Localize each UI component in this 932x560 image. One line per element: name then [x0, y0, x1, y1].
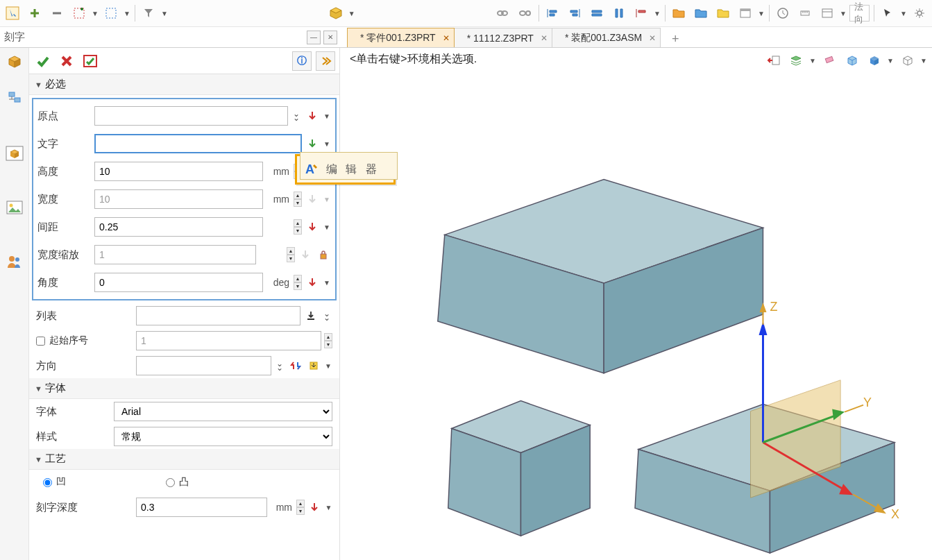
window-icon[interactable]: [817, 3, 837, 23]
spinner[interactable]: ▲▼: [296, 500, 305, 515]
spinner[interactable]: ▲▼: [294, 275, 302, 290]
align-left-icon[interactable]: [543, 3, 562, 23]
direction-input[interactable]: [136, 356, 271, 375]
chevron-down-icon[interactable]: ▼: [124, 10, 130, 17]
cube-outline-icon[interactable]: [897, 51, 917, 70]
folder-blue-icon[interactable]: [691, 3, 711, 23]
pick-icon[interactable]: [307, 500, 322, 515]
section-required[interactable]: ▼ 必选: [29, 74, 339, 95]
folder-yellow-icon[interactable]: [713, 3, 733, 23]
chevron-down-icon[interactable]: ▼: [654, 10, 661, 17]
filter-icon[interactable]: [139, 3, 158, 23]
convex-radio[interactable]: [166, 478, 175, 487]
chevron-down-icon[interactable]: ▼: [323, 279, 331, 287]
collapse-button[interactable]: [316, 51, 335, 71]
file-tab-11112[interactable]: * 11112.Z3PRT ✕: [454, 28, 552, 47]
cube-tool-icon[interactable]: [3, 51, 26, 73]
cube-solid-icon[interactable]: [864, 51, 883, 70]
file-tab-part001[interactable]: * 零件001.Z3PRT ✕: [347, 28, 455, 47]
exit-icon[interactable]: [764, 51, 783, 70]
cursor-icon[interactable]: [878, 3, 897, 23]
region-icon[interactable]: [101, 3, 121, 23]
gear-icon[interactable]: [910, 3, 929, 23]
tree-icon[interactable]: [3, 88, 26, 110]
file-tab-assembly001[interactable]: * 装配001.Z3ASM ✕: [552, 28, 661, 47]
chevron-down-icon[interactable]: ▼: [324, 362, 332, 370]
close-icon[interactable]: ✕: [649, 33, 656, 43]
height-input[interactable]: [94, 162, 263, 181]
add-tab-button[interactable]: +: [666, 31, 685, 47]
pointer-tool-icon[interactable]: [3, 3, 22, 23]
download-icon[interactable]: [303, 308, 319, 323]
origin-input[interactable]: [94, 106, 288, 126]
cube-wire-icon[interactable]: [842, 51, 861, 70]
info-button[interactable]: ⓘ: [292, 51, 312, 71]
angle-input[interactable]: [94, 273, 263, 292]
font-select[interactable]: Arial: [114, 402, 332, 421]
align-red-icon[interactable]: [632, 3, 651, 23]
chevron-down-icon[interactable]: ▼: [808, 57, 817, 65]
pick-icon[interactable]: [305, 219, 320, 235]
chevron-down-icon[interactable]: ▼: [161, 10, 168, 17]
normal-direction-dropdown[interactable]: 法向: [849, 5, 870, 22]
box-tool-icon[interactable]: [326, 3, 346, 23]
cube-panel-icon[interactable]: [3, 142, 26, 164]
section-font[interactable]: ▼ 字体: [29, 378, 339, 399]
image-icon[interactable]: [3, 196, 26, 219]
eraser-icon[interactable]: [820, 51, 839, 70]
3d-viewport[interactable]: <单击右键>环境相关选项. ▼ ▼ ▼: [340, 48, 932, 560]
remove-icon[interactable]: [47, 3, 67, 23]
pick-icon[interactable]: [305, 275, 320, 290]
expand-icon[interactable]: ⌄⌄: [291, 112, 302, 120]
minimize-button[interactable]: —: [307, 31, 321, 44]
align-h-icon[interactable]: [587, 3, 607, 23]
close-icon[interactable]: ✕: [443, 33, 450, 43]
chevron-down-icon[interactable]: ▼: [323, 223, 331, 231]
chevron-down-icon[interactable]: ▼: [900, 10, 907, 17]
section-process[interactable]: ▼ 工艺: [29, 449, 339, 470]
convex-radio-label[interactable]: 凸: [166, 476, 189, 489]
people-icon[interactable]: [3, 251, 26, 273]
startnum-checkbox[interactable]: [36, 337, 45, 346]
cancel-button[interactable]: [57, 51, 76, 71]
chevron-down-icon[interactable]: ▼: [840, 10, 847, 17]
pick-icon[interactable]: [305, 136, 320, 151]
style-select[interactable]: 常规: [114, 427, 332, 446]
text-input[interactable]: [94, 134, 302, 153]
chevron-down-icon[interactable]: ▼: [348, 10, 355, 17]
add-icon[interactable]: [25, 3, 44, 23]
chevron-down-icon[interactable]: ▼: [325, 504, 332, 511]
list-input[interactable]: [136, 306, 300, 325]
close-icon[interactable]: ✕: [541, 33, 548, 43]
close-button[interactable]: ✕: [323, 31, 337, 44]
layers-icon[interactable]: [786, 51, 806, 70]
chevron-down-icon[interactable]: ▼: [758, 10, 765, 17]
folder-orange-icon[interactable]: [669, 3, 688, 23]
chevron-down-icon[interactable]: ▼: [323, 112, 331, 120]
spinner[interactable]: ▲▼: [294, 219, 302, 235]
startnum-checkbox-label[interactable]: 起始序号: [36, 334, 133, 347]
lock-icon[interactable]: [316, 247, 331, 262]
pick-icon[interactable]: [306, 358, 321, 373]
concave-radio[interactable]: [43, 478, 52, 487]
apply-button[interactable]: [81, 51, 100, 71]
marquee-icon[interactable]: [69, 3, 89, 23]
unlink-icon[interactable]: [515, 3, 534, 23]
swap-icon[interactable]: [288, 358, 303, 373]
chevron-down-icon[interactable]: ▼: [323, 140, 331, 148]
align-right-icon[interactable]: [565, 3, 584, 23]
expand-icon[interactable]: ⌄⌄: [274, 362, 285, 370]
ok-button[interactable]: [33, 51, 53, 71]
pick-icon[interactable]: [305, 108, 320, 124]
ruler-icon[interactable]: [795, 3, 815, 23]
link-icon[interactable]: [493, 3, 512, 23]
depth-input[interactable]: [136, 498, 267, 517]
clock-icon[interactable]: [773, 3, 793, 23]
panel-icon[interactable]: [736, 3, 755, 23]
expand-icon[interactable]: ⌄⌄: [321, 312, 332, 320]
chevron-down-icon[interactable]: ▼: [92, 10, 99, 17]
align-v-icon[interactable]: [609, 3, 629, 23]
concave-radio-label[interactable]: 凹: [43, 476, 66, 489]
spacing-input[interactable]: [94, 217, 263, 237]
chevron-down-icon[interactable]: ▼: [920, 57, 928, 65]
